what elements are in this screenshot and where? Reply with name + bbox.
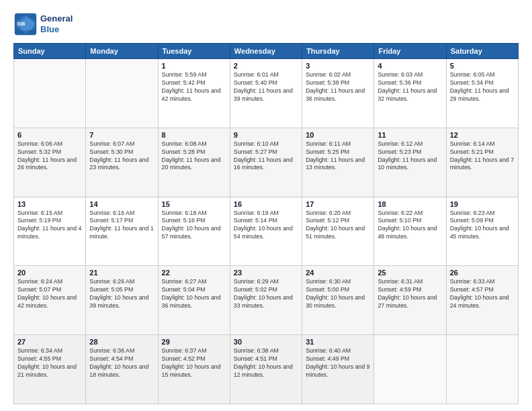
day-info: Sunrise: 6:19 AM Sunset: 5:14 PM Dayligh… <box>234 210 298 242</box>
calendar-cell: 14Sunrise: 6:16 AM Sunset: 5:17 PM Dayli… <box>86 197 158 266</box>
calendar-cell: 4Sunrise: 6:03 AM Sunset: 5:36 PM Daylig… <box>374 59 446 128</box>
day-info: Sunrise: 6:34 AM Sunset: 4:55 PM Dayligh… <box>17 347 82 379</box>
weekday-header-saturday: Saturday <box>446 44 518 59</box>
calendar-cell <box>446 335 518 404</box>
day-number: 26 <box>450 269 515 277</box>
day-info: Sunrise: 6:24 AM Sunset: 5:07 PM Dayligh… <box>17 278 82 310</box>
calendar-cell: 27Sunrise: 6:34 AM Sunset: 4:55 PM Dayli… <box>14 335 86 404</box>
day-info: Sunrise: 6:08 AM Sunset: 5:28 PM Dayligh… <box>162 140 226 173</box>
calendar-cell: 10Sunrise: 6:11 AM Sunset: 5:25 PM Dayli… <box>302 128 374 197</box>
day-number: 21 <box>89 269 154 277</box>
day-number: 31 <box>306 338 370 346</box>
calendar-cell: 11Sunrise: 6:12 AM Sunset: 5:23 PM Dayli… <box>374 128 446 197</box>
day-info: Sunrise: 6:15 AM Sunset: 5:19 PM Dayligh… <box>17 210 82 242</box>
calendar-cell: 3Sunrise: 6:02 AM Sunset: 5:38 PM Daylig… <box>302 59 374 128</box>
day-info: Sunrise: 6:18 AM Sunset: 5:16 PM Dayligh… <box>162 210 226 242</box>
calendar-cell: 20Sunrise: 6:24 AM Sunset: 5:07 PM Dayli… <box>14 266 86 335</box>
calendar-cell <box>14 59 86 128</box>
day-number: 17 <box>306 200 370 208</box>
day-number: 7 <box>89 131 154 139</box>
calendar-cell: 7Sunrise: 6:07 AM Sunset: 5:30 PM Daylig… <box>86 128 158 197</box>
day-info: Sunrise: 6:30 AM Sunset: 5:00 PM Dayligh… <box>306 278 370 310</box>
day-number: 10 <box>306 131 370 139</box>
calendar-cell <box>374 335 446 404</box>
calendar-cell: 25Sunrise: 6:31 AM Sunset: 4:59 PM Dayli… <box>374 266 446 335</box>
calendar-cell: 9Sunrise: 6:10 AM Sunset: 5:27 PM Daylig… <box>230 128 302 197</box>
day-number: 28 <box>89 338 154 346</box>
weekday-header-wednesday: Wednesday <box>230 44 302 59</box>
day-number: 15 <box>162 200 226 208</box>
calendar-cell: 26Sunrise: 6:33 AM Sunset: 4:57 PM Dayli… <box>446 266 518 335</box>
calendar-cell: 18Sunrise: 6:22 AM Sunset: 5:10 PM Dayli… <box>374 197 446 266</box>
logo-name-line2: Blue <box>40 24 73 35</box>
day-number: 19 <box>450 200 515 208</box>
day-info: Sunrise: 6:01 AM Sunset: 5:40 PM Dayligh… <box>234 71 298 103</box>
calendar-cell: 2Sunrise: 6:01 AM Sunset: 5:40 PM Daylig… <box>230 59 302 128</box>
calendar-table: SundayMondayTuesdayWednesdayThursdayFrid… <box>13 43 519 404</box>
day-number: 29 <box>162 338 226 346</box>
day-number: 20 <box>17 269 82 277</box>
week-row-1: 1Sunrise: 5:59 AM Sunset: 5:42 PM Daylig… <box>14 59 519 128</box>
weekday-header-thursday: Thursday <box>302 44 374 59</box>
day-number: 6 <box>17 131 82 139</box>
calendar-cell: 17Sunrise: 6:20 AM Sunset: 5:12 PM Dayli… <box>302 197 374 266</box>
day-number: 11 <box>378 131 442 139</box>
day-number: 16 <box>234 200 298 208</box>
calendar-cell: 19Sunrise: 6:23 AM Sunset: 5:09 PM Dayli… <box>446 197 518 266</box>
day-info: Sunrise: 6:23 AM Sunset: 5:09 PM Dayligh… <box>450 210 515 242</box>
calendar-cell: 8Sunrise: 6:08 AM Sunset: 5:28 PM Daylig… <box>158 128 230 197</box>
calendar-cell: 1Sunrise: 5:59 AM Sunset: 5:42 PM Daylig… <box>158 59 230 128</box>
day-info: Sunrise: 6:38 AM Sunset: 4:51 PM Dayligh… <box>234 347 298 379</box>
day-number: 13 <box>17 200 82 208</box>
day-number: 22 <box>162 269 226 277</box>
day-number: 5 <box>450 62 515 70</box>
day-info: Sunrise: 6:36 AM Sunset: 4:54 PM Dayligh… <box>89 347 154 379</box>
day-info: Sunrise: 6:03 AM Sunset: 5:36 PM Dayligh… <box>378 71 442 103</box>
calendar-cell: 16Sunrise: 6:19 AM Sunset: 5:14 PM Dayli… <box>230 197 302 266</box>
day-info: Sunrise: 6:10 AM Sunset: 5:27 PM Dayligh… <box>234 140 298 173</box>
day-info: Sunrise: 6:37 AM Sunset: 4:52 PM Dayligh… <box>162 347 226 379</box>
day-info: Sunrise: 6:06 AM Sunset: 5:32 PM Dayligh… <box>17 140 82 173</box>
calendar-cell: 15Sunrise: 6:18 AM Sunset: 5:16 PM Dayli… <box>158 197 230 266</box>
calendar-cell: 5Sunrise: 6:05 AM Sunset: 5:34 PM Daylig… <box>446 59 518 128</box>
day-info: Sunrise: 6:11 AM Sunset: 5:25 PM Dayligh… <box>306 140 370 173</box>
weekday-header-friday: Friday <box>374 44 446 59</box>
calendar-cell: 22Sunrise: 6:27 AM Sunset: 5:04 PM Dayli… <box>158 266 230 335</box>
weekday-header-sunday: Sunday <box>14 44 86 59</box>
weekday-header-monday: Monday <box>86 44 158 59</box>
calendar-cell: 28Sunrise: 6:36 AM Sunset: 4:54 PM Dayli… <box>86 335 158 404</box>
day-info: Sunrise: 6:07 AM Sunset: 5:30 PM Dayligh… <box>89 140 154 173</box>
day-info: Sunrise: 6:22 AM Sunset: 5:10 PM Dayligh… <box>378 210 442 242</box>
day-info: Sunrise: 5:59 AM Sunset: 5:42 PM Dayligh… <box>162 71 226 103</box>
day-number: 30 <box>234 338 298 346</box>
day-number: 25 <box>378 269 442 277</box>
day-number: 2 <box>234 62 298 70</box>
day-number: 4 <box>378 62 442 70</box>
day-number: 24 <box>306 269 370 277</box>
logo-area: GB General Blue <box>13 12 73 36</box>
day-number: 3 <box>306 62 370 70</box>
week-row-2: 6Sunrise: 6:06 AM Sunset: 5:32 PM Daylig… <box>14 128 519 197</box>
calendar-cell <box>86 59 158 128</box>
day-number: 23 <box>234 269 298 277</box>
day-number: 27 <box>17 338 82 346</box>
day-number: 14 <box>89 200 154 208</box>
day-info: Sunrise: 6:14 AM Sunset: 5:21 PM Dayligh… <box>450 140 515 173</box>
header: GB General Blue <box>13 12 519 36</box>
calendar-page: GB General Blue SundayMondayTuesdayWedne… <box>0 0 532 411</box>
day-number: 8 <box>162 131 226 139</box>
day-number: 9 <box>234 131 298 139</box>
week-row-5: 27Sunrise: 6:34 AM Sunset: 4:55 PM Dayli… <box>14 335 519 404</box>
calendar-cell: 6Sunrise: 6:06 AM Sunset: 5:32 PM Daylig… <box>14 128 86 197</box>
day-number: 18 <box>378 200 442 208</box>
calendar-cell: 29Sunrise: 6:37 AM Sunset: 4:52 PM Dayli… <box>158 335 230 404</box>
day-number: 12 <box>450 131 515 139</box>
calendar-cell: 13Sunrise: 6:15 AM Sunset: 5:19 PM Dayli… <box>14 197 86 266</box>
logo-name-line1: General <box>40 13 73 24</box>
calendar-cell: 12Sunrise: 6:14 AM Sunset: 5:21 PM Dayli… <box>446 128 518 197</box>
day-info: Sunrise: 6:26 AM Sunset: 5:05 PM Dayligh… <box>89 278 154 310</box>
day-info: Sunrise: 6:12 AM Sunset: 5:23 PM Dayligh… <box>378 140 442 173</box>
day-info: Sunrise: 6:02 AM Sunset: 5:38 PM Dayligh… <box>306 71 370 103</box>
day-info: Sunrise: 6:16 AM Sunset: 5:17 PM Dayligh… <box>89 210 154 242</box>
day-info: Sunrise: 6:20 AM Sunset: 5:12 PM Dayligh… <box>306 210 370 242</box>
